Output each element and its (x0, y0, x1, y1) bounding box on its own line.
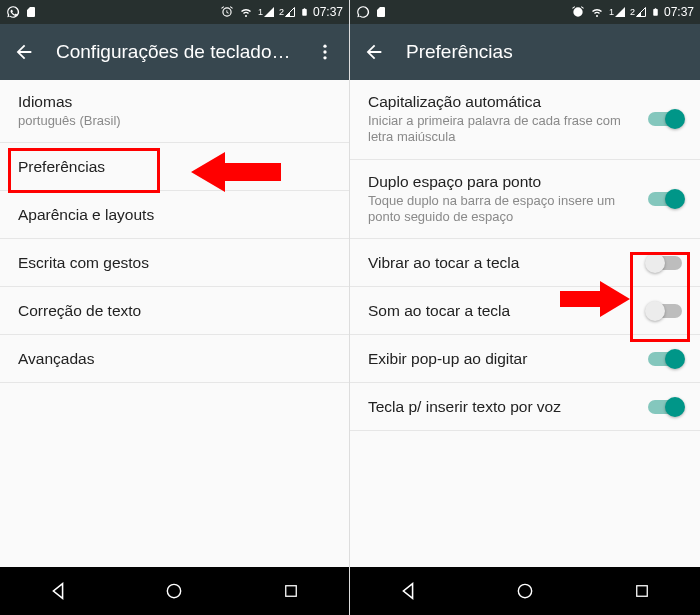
statusbar: 1 2 07:37 (0, 0, 349, 24)
svg-point-2 (323, 56, 326, 59)
nav-back-button[interactable] (351, 567, 467, 615)
wifi-icon (238, 6, 254, 18)
preferences-list: Capitalização automática Iniciar a prime… (350, 80, 700, 431)
row-sublabel: Iniciar a primeira palavra de cada frase… (368, 113, 634, 146)
toggle-som[interactable] (648, 304, 682, 318)
toggle-duplo-espaco[interactable] (648, 192, 682, 206)
svg-rect-8 (636, 586, 647, 597)
row-escrita-gestos[interactable]: Escrita com gestos (0, 239, 349, 287)
row-label: Idiomas (18, 93, 331, 111)
nav-home-button[interactable] (467, 567, 583, 615)
navbar (0, 567, 349, 615)
signal-1-icon: 1 (609, 6, 626, 18)
row-voz[interactable]: Tecla p/ inserir texto por voz (350, 383, 700, 431)
row-avancadas[interactable]: Avançadas (0, 335, 349, 383)
sdcard-icon (25, 5, 37, 19)
row-label: Duplo espaço para ponto (368, 173, 634, 191)
wifi-icon (589, 6, 605, 18)
svg-point-1 (323, 50, 326, 53)
overflow-menu-button[interactable] (313, 40, 337, 64)
clock-text: 07:37 (313, 5, 343, 19)
whatsapp-icon (356, 5, 370, 19)
clock-text: 07:37 (664, 5, 694, 19)
navbar (350, 567, 700, 615)
row-label: Escrita com gestos (18, 254, 331, 272)
appbar: Configurações de teclado d… (0, 24, 349, 80)
row-label: Correção de texto (18, 302, 331, 320)
phone-left: 1 2 07:37 Configurações de teclado d… Id… (0, 0, 350, 615)
row-label: Exibir pop-up ao digitar (368, 350, 634, 368)
battery-icon (651, 5, 660, 19)
nav-recent-button[interactable] (233, 567, 348, 615)
row-preferencias[interactable]: Preferências (0, 143, 349, 191)
row-capitalizacao[interactable]: Capitalização automática Iniciar a prime… (350, 80, 700, 160)
row-label: Capitalização automática (368, 93, 634, 111)
toggle-vibrar[interactable] (648, 256, 682, 270)
back-button[interactable] (12, 40, 36, 64)
settings-list: Idiomas português (Brasil) Preferências … (0, 80, 349, 383)
row-label: Avançadas (18, 350, 331, 368)
nav-recent-button[interactable] (584, 567, 700, 615)
back-button[interactable] (362, 40, 386, 64)
battery-icon (300, 5, 309, 19)
signal-2-icon: 2 (630, 6, 647, 18)
row-vibrar[interactable]: Vibrar ao tocar a tecla (350, 239, 700, 287)
toggle-popup[interactable] (648, 352, 682, 366)
row-correcao-texto[interactable]: Correção de texto (0, 287, 349, 335)
row-label: Som ao tocar a tecla (368, 302, 634, 320)
statusbar: 1 2 07:37 (350, 0, 700, 24)
alarm-icon (571, 5, 585, 19)
row-sublabel: Toque duplo na barra de espaço insere um… (368, 193, 634, 226)
svg-rect-5 (286, 586, 297, 597)
svg-point-7 (518, 584, 531, 597)
svg-point-0 (323, 45, 326, 48)
signal-1-icon: 1 (258, 6, 275, 18)
row-sublabel: português (Brasil) (18, 113, 331, 129)
toggle-voz[interactable] (648, 400, 682, 414)
sdcard-icon (375, 5, 387, 19)
row-aparencia[interactable]: Aparência e layouts (0, 191, 349, 239)
alarm-icon (220, 5, 234, 19)
row-popup[interactable]: Exibir pop-up ao digitar (350, 335, 700, 383)
nav-back-button[interactable] (1, 567, 116, 615)
row-label: Tecla p/ inserir texto por voz (368, 398, 634, 416)
page-title: Configurações de teclado d… (56, 41, 293, 63)
nav-home-button[interactable] (117, 567, 232, 615)
svg-point-4 (168, 584, 181, 597)
row-label: Aparência e layouts (18, 206, 331, 224)
row-label: Vibrar ao tocar a tecla (368, 254, 634, 272)
phone-right: 1 2 07:37 Preferências Capitalização aut… (350, 0, 700, 615)
page-title: Preferências (406, 41, 688, 63)
signal-2-icon: 2 (279, 6, 296, 18)
appbar: Preferências (350, 24, 700, 80)
row-label: Preferências (18, 158, 331, 176)
row-duplo-espaco[interactable]: Duplo espaço para ponto Toque duplo na b… (350, 160, 700, 240)
row-idiomas[interactable]: Idiomas português (Brasil) (0, 80, 349, 143)
whatsapp-icon (6, 5, 20, 19)
toggle-capitalizacao[interactable] (648, 112, 682, 126)
row-som[interactable]: Som ao tocar a tecla (350, 287, 700, 335)
